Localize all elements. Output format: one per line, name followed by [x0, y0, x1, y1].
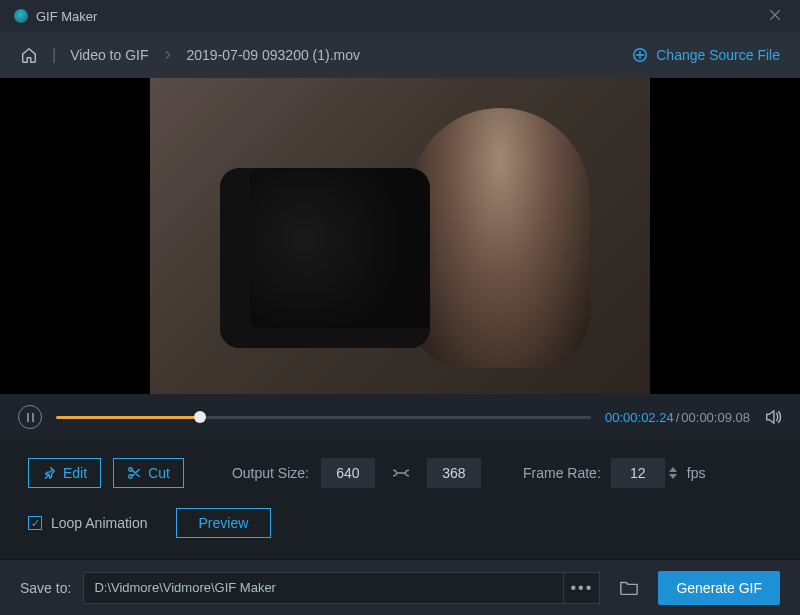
loop-animation-checkbox[interactable]: ✓ Loop Animation [28, 515, 148, 531]
titlebar: GIF Maker [0, 0, 800, 32]
time-total: 00:00:09.08 [681, 410, 750, 425]
time-display: 00:00:02.24 / 00:00:09.08 [605, 410, 750, 425]
frame-rate-up[interactable] [669, 467, 677, 472]
output-size-label: Output Size: [232, 465, 309, 481]
volume-icon [764, 408, 782, 426]
progress-fill [56, 416, 200, 419]
generate-gif-label: Generate GIF [676, 580, 762, 596]
browse-path-button[interactable]: ••• [564, 572, 600, 604]
settings-row-1: Edit Cut Output Size: 640 368 Frame Rate… [28, 458, 772, 488]
pin-icon [42, 466, 56, 480]
link-icon [393, 465, 409, 481]
frame-rate-spinner [669, 467, 677, 479]
titlebar-left: GIF Maker [14, 9, 97, 24]
home-icon [20, 46, 38, 64]
settings-panel: Edit Cut Output Size: 640 368 Frame Rate… [0, 440, 800, 550]
checkbox-icon: ✓ [28, 516, 42, 530]
cut-button[interactable]: Cut [113, 458, 184, 488]
pause-icon [27, 413, 34, 422]
close-button[interactable] [764, 2, 786, 31]
save-to-label: Save to: [20, 580, 71, 596]
open-folder-button[interactable] [612, 572, 646, 604]
frame-rate-down[interactable] [669, 474, 677, 479]
change-source-label: Change Source File [656, 47, 780, 63]
breadcrumb-bar: | Video to GIF 2019-07-09 093200 (1).mov… [0, 32, 800, 78]
generate-gif-button[interactable]: Generate GIF [658, 571, 780, 605]
preview-label: Preview [199, 515, 249, 531]
save-path-input[interactable]: D:\Vidmore\Vidmore\GIF Maker [83, 572, 564, 604]
settings-row-2: ✓ Loop Animation Preview [28, 508, 772, 538]
playback-bar: 00:00:02.24 / 00:00:09.08 [0, 394, 800, 440]
breadcrumb-item-file: 2019-07-09 093200 (1).mov [187, 47, 361, 63]
output-width-input[interactable]: 640 [321, 458, 375, 488]
frame-rate-group: Frame Rate: 12 fps [523, 458, 706, 488]
time-separator: / [676, 410, 680, 425]
chevron-right-icon [163, 46, 173, 64]
video-frame[interactable] [150, 78, 650, 394]
breadcrumb-divider: | [52, 46, 56, 64]
save-path-text: D:\Vidmore\Vidmore\GIF Maker [94, 580, 276, 595]
change-source-button[interactable]: Change Source File [632, 47, 780, 63]
video-preview-area [0, 78, 800, 394]
cut-label: Cut [148, 465, 170, 481]
breadcrumb: | Video to GIF 2019-07-09 093200 (1).mov [20, 46, 360, 64]
scissors-icon [127, 466, 141, 480]
link-aspect-button[interactable] [393, 465, 409, 481]
app-logo-icon [14, 9, 28, 23]
frame-rate-label: Frame Rate: [523, 465, 601, 481]
app-title: GIF Maker [36, 9, 97, 24]
progress-thumb[interactable] [194, 411, 206, 423]
progress-track[interactable] [56, 416, 591, 419]
edit-button[interactable]: Edit [28, 458, 101, 488]
pause-button[interactable] [18, 405, 42, 429]
breadcrumb-item-root[interactable]: Video to GIF [70, 47, 148, 63]
preview-button[interactable]: Preview [176, 508, 272, 538]
home-button[interactable] [20, 46, 38, 64]
plus-circle-icon [632, 47, 648, 63]
edit-label: Edit [63, 465, 87, 481]
loop-animation-label: Loop Animation [51, 515, 148, 531]
frame-rate-units: fps [687, 465, 706, 481]
close-icon [768, 8, 782, 22]
time-current: 00:00:02.24 [605, 410, 674, 425]
bottom-bar: Save to: D:\Vidmore\Vidmore\GIF Maker ••… [0, 559, 800, 615]
folder-icon [619, 579, 639, 597]
more-icon: ••• [571, 579, 594, 597]
volume-button[interactable] [764, 408, 782, 426]
output-height-input[interactable]: 368 [427, 458, 481, 488]
frame-rate-input[interactable]: 12 [611, 458, 665, 488]
